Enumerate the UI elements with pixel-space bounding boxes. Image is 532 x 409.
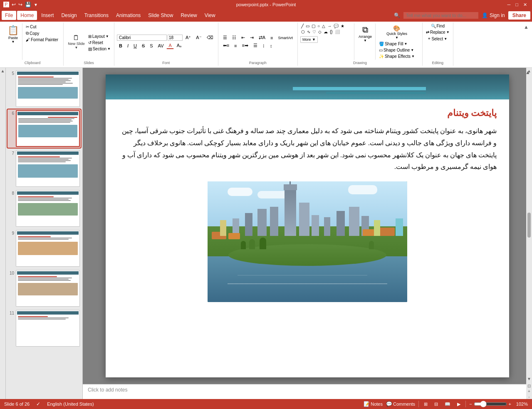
clear-format-button[interactable]: ⌫ <box>205 34 215 41</box>
bold-button[interactable]: B <box>117 42 124 49</box>
shadow-button[interactable]: S <box>148 42 155 49</box>
slide-preview-8[interactable] <box>16 190 80 227</box>
slide-image[interactable] <box>208 181 407 302</box>
decrease-font-button[interactable]: A⁻ <box>194 34 203 41</box>
close-btn[interactable]: ✕ <box>522 2 529 7</box>
spell-check-icon[interactable]: ✓ <box>36 401 40 407</box>
star-shape[interactable]: ★ <box>340 23 345 29</box>
main-scroll-up[interactable]: ▲ <box>525 69 530 75</box>
quick-styles-button[interactable]: 🎨 Quick Styles ▼ <box>378 24 416 40</box>
slide-title[interactable]: پایتخت ویتنام <box>118 108 497 119</box>
strikethrough-button[interactable]: S <box>140 42 147 49</box>
slide-preview-10[interactable] <box>16 270 80 307</box>
slide-thumb-9[interactable]: 9 <box>7 229 81 268</box>
menu-home[interactable]: Home <box>17 11 37 20</box>
slide-preview-9[interactable] <box>16 230 80 267</box>
italic-button[interactable]: I <box>125 42 131 49</box>
align-right-button[interactable]: ≡➡ <box>240 42 250 49</box>
zoom-slider[interactable] <box>474 401 507 407</box>
notes-status-button[interactable]: 📝 Notes <box>364 401 383 407</box>
increase-font-button[interactable]: A⁺ <box>183 34 193 41</box>
redo-btn[interactable]: ↪ <box>18 2 22 7</box>
slide-thumb-6[interactable]: 6 <box>7 109 81 148</box>
cloud-shape[interactable]: ☁ <box>323 29 329 35</box>
replace-button[interactable]: ⇄ Replace ▼ <box>425 30 450 35</box>
zoom-out-button[interactable]: − <box>469 402 472 407</box>
sign-in-button[interactable]: 👤 Sign in <box>482 12 505 18</box>
save-icon[interactable]: 💾 <box>25 2 31 7</box>
slide-thumb-10[interactable]: 10 <box>7 269 81 307</box>
normal-view-button[interactable]: ⊞ <box>422 401 429 408</box>
more-shapes-icon[interactable]: More ▼ <box>300 36 318 43</box>
collapse-ribbon-button[interactable]: ▲ <box>524 24 529 30</box>
shape-fill-button[interactable]: 🪣 Shape Fill ▼ <box>378 41 416 47</box>
menu-design[interactable]: Design <box>58 11 80 20</box>
font-name-input[interactable] <box>117 35 167 41</box>
columns-button[interactable]: ⫶ <box>260 42 267 49</box>
line-spacing-button[interactable]: ↕ <box>268 42 275 49</box>
slide-preview-5[interactable] <box>16 70 80 107</box>
arrange-button[interactable]: ⧉ Arrange ▼ <box>355 23 376 60</box>
rect-shape[interactable]: ▭ <box>305 23 310 29</box>
indent-increase-button[interactable]: ⇥ <box>248 34 256 41</box>
numbering-button[interactable]: ☷ <box>230 34 238 41</box>
text-direction-button[interactable]: ⇄A <box>257 34 267 41</box>
share-button[interactable]: Share <box>508 11 530 20</box>
menu-animations[interactable]: Animations <box>113 11 144 20</box>
indent-decrease-button[interactable]: ⇤ <box>239 34 247 41</box>
slide-preview-7[interactable] <box>16 150 80 187</box>
menu-insert[interactable]: Insert <box>38 11 57 20</box>
section-button[interactable]: ▤ Section ▼ <box>87 46 111 52</box>
slide-canvas-wrapper[interactable]: پایتخت ویتنام شهر هانوی، به عنوان پایتخت… <box>83 68 532 384</box>
slide-thumb-11[interactable]: 11 <box>7 309 81 347</box>
shape-effects-button[interactable]: ✨ Shape Effects ▼ <box>378 54 416 59</box>
arrow-shape[interactable]: → <box>327 23 332 29</box>
slide-thumb-5[interactable]: 5 <box>7 69 81 108</box>
rounded-rect-shape[interactable]: ▢ <box>311 23 316 29</box>
notes-placeholder[interactable]: Click to add notes <box>88 387 127 393</box>
heart-shape[interactable]: ♡ <box>312 29 317 35</box>
flow-shape[interactable]: ⬜ <box>334 29 341 35</box>
select-button[interactable]: ⌖ Select ▼ <box>427 36 448 42</box>
font-color-button[interactable]: A <box>166 42 173 49</box>
menu-transitions[interactable]: Transitions <box>81 11 112 20</box>
convert-smartart-button[interactable]: SmartArt <box>276 35 295 41</box>
new-slide-button[interactable]: 🗒 New Slide ▼ <box>66 33 87 50</box>
curve-shape[interactable]: ∿ <box>306 29 311 35</box>
find-button[interactable]: 🔍 Find <box>430 23 445 29</box>
undo-btn[interactable]: ↩ <box>12 2 16 7</box>
slideshow-view-button[interactable]: ▶ <box>455 401 462 408</box>
panel-scroll-up[interactable]: ▲ <box>1 69 5 73</box>
font-size-input[interactable] <box>168 35 183 41</box>
align-left-button[interactable]: ⬅≡ <box>221 42 231 49</box>
zoom-level[interactable]: 102% <box>513 402 528 407</box>
line-shape[interactable]: ╱ <box>300 23 304 29</box>
slide-thumb-8[interactable]: 8 <box>7 189 81 228</box>
menu-file[interactable]: File <box>2 11 16 20</box>
slide-thumb-7[interactable]: 7 <box>7 149 81 188</box>
font-highlight-button[interactable]: Aₐ <box>175 42 183 49</box>
comments-status-button[interactable]: 💬 Comments <box>386 401 415 407</box>
paste-button[interactable]: 📋 Paste ▼ <box>4 23 22 60</box>
layout-button[interactable]: ⊞ Layout ▼ <box>87 34 111 39</box>
reset-button[interactable]: ↺ Reset <box>87 40 111 45</box>
notes-area[interactable]: Click to add notes <box>83 384 532 399</box>
copy-button[interactable]: ⧉ Copy <box>25 30 59 36</box>
slide-sorter-button[interactable]: ⊟ <box>433 401 440 408</box>
callout-shape[interactable]: 💬 <box>333 23 339 29</box>
slide-canvas[interactable]: پایتخت ویتنام شهر هانوی، به عنوان پایتخت… <box>106 74 509 377</box>
triangle-shape[interactable]: △ <box>321 23 326 29</box>
char-spacing-button[interactable]: AV <box>156 42 166 49</box>
zoom-fit-icon[interactable]: ⊡ <box>527 384 531 384</box>
menu-view[interactable]: View <box>201 11 219 20</box>
hexagon-shape[interactable]: ⬡ <box>300 29 306 35</box>
bullets-button[interactable]: ☰ <box>221 34 229 41</box>
cut-button[interactable]: ✂ Cut <box>25 24 59 30</box>
reading-view-button[interactable]: 📖 <box>443 401 452 408</box>
menu-slideshow[interactable]: Slide Show <box>145 11 176 20</box>
align-text-button[interactable]: ≡ <box>268 35 275 41</box>
minimize-btn[interactable]: ─ <box>506 2 512 7</box>
zoom-in-button[interactable]: + <box>509 402 511 407</box>
justify-button[interactable]: ☰ <box>251 42 260 49</box>
maximize-btn[interactable]: □ <box>514 2 520 7</box>
